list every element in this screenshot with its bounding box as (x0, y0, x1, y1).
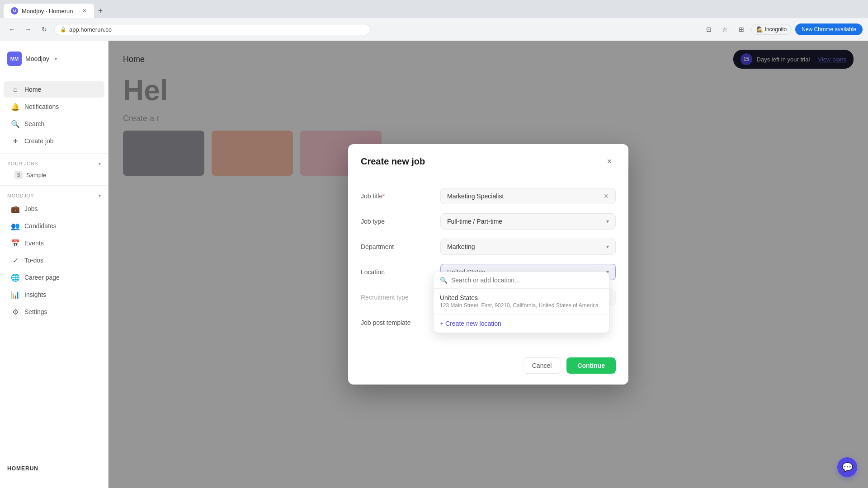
modal-close-button[interactable]: × (603, 155, 616, 168)
required-asterisk: * (382, 192, 385, 200)
sidebar-item-notifications[interactable]: 🔔 Notifications (4, 99, 104, 115)
job-type-select[interactable]: Full-time / Part-time ▾ (440, 213, 616, 230)
chat-button[interactable]: 💬 (837, 457, 857, 477)
brand-name: Moodjoy (25, 55, 49, 62)
sidebar-item-home-label: Home (24, 86, 41, 93)
sidebar-divider-2 (0, 153, 108, 154)
bookmark-icon[interactable]: ☆ (719, 23, 731, 36)
sidebar-item-notifications-label: Notifications (24, 103, 59, 110)
lock-icon: 🔒 (60, 27, 66, 33)
sidebar-item-search[interactable]: 🔍 Search (4, 116, 104, 132)
job-title-row: Job title* Marketing Specialist ✕ (361, 188, 616, 204)
sample-label: Sample (26, 172, 46, 178)
sidebar-bottom: HOMERUN (0, 456, 108, 481)
your-jobs-arrow-icon[interactable]: ▾ (99, 161, 101, 166)
app-container: MM Moodjoy ▾ ⌂ Home 🔔 Notifications 🔍 Se… (0, 41, 868, 488)
moodjoy-section-label: Moodjoy (7, 193, 34, 198)
sample-dot-icon: S (14, 171, 23, 179)
job-post-template-label: Job post template (361, 314, 433, 326)
homerun-text: HOMERUN (7, 465, 38, 472)
job-title-value: Marketing Specialist (447, 192, 504, 200)
sidebar-divider-1 (0, 77, 108, 77)
modal-overlay[interactable]: Create new job × Job title* Marketing Sp (108, 41, 868, 488)
cancel-button[interactable]: Cancel (523, 357, 561, 374)
grid-icon[interactable]: ⊞ (735, 23, 748, 36)
job-type-chevron-icon: ▾ (606, 218, 609, 225)
job-title-input[interactable]: Marketing Specialist ✕ (440, 188, 616, 204)
refresh-button[interactable]: ↻ (38, 23, 51, 36)
new-chrome-button[interactable]: New Chrome available (795, 23, 863, 35)
sidebar-item-career-page-label: Career page (24, 274, 60, 281)
department-group: Department Marketing ▾ (361, 239, 616, 255)
job-type-row: Job type Full-time / Part-time ▾ (361, 213, 616, 230)
search-icon: 🔍 (11, 119, 20, 128)
new-tab-button[interactable]: + (94, 5, 107, 17)
todos-icon: ✓ (11, 256, 20, 265)
plus-icon: + (11, 136, 20, 145)
settings-icon: ⚙ (11, 307, 20, 316)
job-title-label: Job title* (361, 188, 433, 200)
department-label: Department (361, 239, 433, 250)
continue-button[interactable]: Continue (566, 357, 616, 374)
sidebar-section-moodjoy: Moodjoy ▾ (0, 189, 108, 200)
department-value: Marketing (447, 243, 475, 250)
main-content: Home 15 Days left in your trial View pla… (108, 41, 868, 488)
jobs-icon: 💼 (11, 204, 20, 213)
job-title-control: Marketing Specialist ✕ (440, 188, 616, 204)
job-title-group: Job title* Marketing Specialist ✕ (361, 188, 616, 204)
cast-icon[interactable]: ⊡ (703, 23, 715, 36)
modal-title: Create new job (361, 156, 425, 167)
sidebar-item-events-label: Events (24, 239, 44, 247)
location-label: Location (361, 264, 433, 276)
sidebar-item-settings[interactable]: ⚙ Settings (4, 304, 104, 320)
department-chevron-icon: ▾ (606, 244, 609, 250)
browser-tabs: M Moodjoy · Homerun ✕ + (0, 0, 868, 18)
sidebar-item-insights[interactable]: 📊 Insights (4, 286, 104, 303)
home-icon: ⌂ (11, 85, 20, 94)
address-bar[interactable]: 🔒 app.homerun.co (54, 24, 371, 35)
sidebar-item-career-page[interactable]: 🌐 Career page (4, 269, 104, 286)
browser-toolbar: ← → ↻ 🔒 app.homerun.co ⊡ ☆ ⊞ 🕵 Incognito… (0, 18, 868, 41)
location-search-input[interactable] (451, 277, 603, 284)
job-type-control: Full-time / Part-time ▾ (440, 213, 616, 230)
sidebar-item-sample[interactable]: S Sample (0, 168, 108, 182)
sidebar-item-todos[interactable]: ✓ To-dos (4, 252, 104, 268)
candidates-icon: 👥 (11, 221, 20, 230)
sidebar-item-candidates[interactable]: 👥 Candidates (4, 218, 104, 234)
department-row: Department Marketing ▾ (361, 239, 616, 255)
job-type-label: Job type (361, 213, 433, 225)
tab-title: Moodjoy · Homerun (22, 8, 73, 14)
incognito-button[interactable]: 🕵 Incognito (751, 24, 792, 35)
tab-close-btn[interactable]: ✕ (82, 8, 87, 14)
sidebar-item-home[interactable]: ⌂ Home (4, 81, 104, 98)
events-icon: 📅 (11, 239, 20, 248)
job-type-value: Full-time / Part-time (447, 218, 502, 225)
active-tab[interactable]: M Moodjoy · Homerun ✕ (4, 4, 94, 18)
department-control: Marketing ▾ (440, 239, 616, 255)
sidebar-item-jobs[interactable]: 💼 Jobs (4, 201, 104, 217)
sidebar-brand[interactable]: MM Moodjoy ▾ (0, 48, 108, 73)
location-result-sub: 123 Main Street, First, 90210, Californi… (440, 302, 603, 309)
toolbar-right: ⊡ ☆ ⊞ 🕵 Incognito New Chrome available (703, 23, 863, 36)
create-job-modal: Create new job × Job title* Marketing Sp (348, 144, 628, 385)
recruitment-type-label: Recruitment type (361, 289, 433, 301)
job-title-clear-button[interactable]: ✕ (604, 192, 609, 200)
incognito-icon: 🕵 (756, 26, 763, 33)
sidebar-item-create-job-label: Create job (24, 137, 54, 145)
forward-button[interactable]: → (22, 23, 34, 36)
back-button[interactable]: ← (5, 23, 18, 36)
department-select[interactable]: Marketing ▾ (440, 239, 616, 255)
career-page-icon: 🌐 (11, 273, 20, 282)
create-new-location-button[interactable]: + Create new location (434, 314, 609, 333)
sidebar-item-jobs-label: Jobs (24, 205, 38, 212)
dropdown-search-icon: 🔍 (440, 277, 448, 284)
modal-header: Create new job × (348, 144, 628, 177)
sidebar-item-events[interactable]: 📅 Events (4, 235, 104, 251)
location-dropdown-item-us[interactable]: United States 123 Main Street, First, 90… (434, 289, 609, 314)
moodjoy-arrow-icon[interactable]: ▾ (99, 193, 101, 198)
sidebar-item-create-job[interactable]: + Create job (4, 133, 104, 149)
browser-chrome: M Moodjoy · Homerun ✕ + ← → ↻ 🔒 app.home… (0, 0, 868, 41)
notifications-icon: 🔔 (11, 102, 20, 111)
sidebar-item-todos-label: To-dos (24, 257, 43, 264)
location-dropdown: 🔍 United States 123 Main Street, First, … (433, 272, 609, 333)
